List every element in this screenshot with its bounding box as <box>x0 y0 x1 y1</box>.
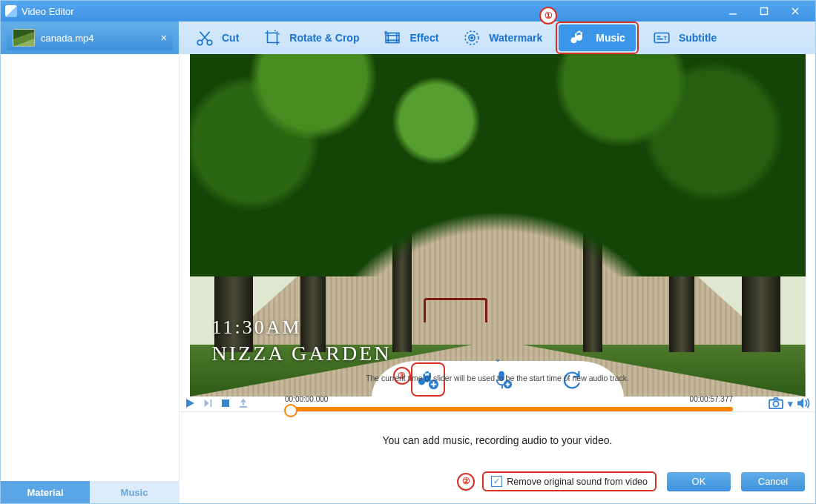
remove-sound-checkbox[interactable]: ✓ Remove original sound from video <box>482 471 657 491</box>
svg-point-6 <box>471 37 473 39</box>
tool-music[interactable]: Music <box>559 24 636 51</box>
tool-label: Rotate & Crop <box>289 32 359 44</box>
body: Material Music 11:30AM <box>1 54 815 503</box>
sidebar: Material Music <box>1 54 180 503</box>
maximize-button[interactable] <box>748 1 780 21</box>
bottom-actions: ② ✓ Remove original sound from video OK … <box>190 471 805 491</box>
tool-subtitle[interactable]: T Subtitle <box>642 24 727 51</box>
callout-2: ② <box>457 473 475 491</box>
preview-area: 11:30AM NIZZA GARDEN ⌄ <box>180 54 815 397</box>
crop-icon <box>263 28 282 47</box>
step-button[interactable] <box>200 396 215 411</box>
app-icon <box>5 5 17 17</box>
tool-label: Music <box>596 32 625 44</box>
playback-controls <box>182 396 251 411</box>
chevron-down-icon[interactable]: ⌄ <box>494 354 501 364</box>
export-frame-button[interactable] <box>236 396 251 411</box>
cancel-button[interactable]: Cancel <box>741 472 805 491</box>
tool-label: Watermark <box>489 32 542 44</box>
time-start: 00:00:00.000 <box>285 395 328 403</box>
close-icon[interactable]: × <box>161 32 167 44</box>
tool-label: Subtitle <box>679 32 717 44</box>
play-button[interactable] <box>182 396 197 411</box>
file-tab[interactable]: canada.mp4 × <box>7 25 173 50</box>
slider-hint: The current time of slider will be used … <box>180 374 815 382</box>
bottom-panel: You can add music, recording audio to yo… <box>180 411 815 503</box>
video-frame: 11:30AM NIZZA GARDEN ⌄ <box>190 54 806 397</box>
ok-button[interactable]: OK <box>667 472 731 491</box>
time-end: 00:00:57.377 <box>690 395 733 403</box>
minimize-button[interactable] <box>717 1 748 21</box>
checkbox-label: Remove original sound from video <box>507 477 648 487</box>
bottom-message: You can add music, recording audio to yo… <box>382 434 612 446</box>
toolbar: Cut Rotate & Crop <box>179 21 815 54</box>
callout-1: ① <box>539 7 557 24</box>
subtitle-icon: T <box>652 28 671 47</box>
watermark-icon <box>462 28 481 47</box>
preview-cell: 11:30AM NIZZA GARDEN ⌄ <box>190 54 806 397</box>
file-name: canada.mp4 <box>41 33 94 44</box>
overlay-line-1: 11:30AM <box>212 316 392 339</box>
overlay-line-2: NIZZA GARDEN <box>212 342 392 365</box>
svg-rect-0 <box>761 8 768 15</box>
main: 11:30AM NIZZA GARDEN ⌄ <box>180 54 815 503</box>
music-note-icon <box>569 28 588 47</box>
file-tab-area: canada.mp4 × <box>1 21 179 54</box>
timeline: 00:00:00.000 00:00:57.377 ▾ <box>180 395 815 411</box>
time-slider[interactable] <box>285 407 733 411</box>
checkbox-icon: ✓ <box>491 476 502 487</box>
tool-watermark[interactable]: Watermark <box>452 24 553 51</box>
time-slider-area: 00:00:00.000 00:00:57.377 <box>255 395 763 411</box>
svg-point-1 <box>197 40 203 45</box>
scissors-icon <box>195 28 214 47</box>
titlebar: Video Editor <box>1 1 815 21</box>
file-thumbnail <box>13 29 35 47</box>
volume-button[interactable] <box>796 396 811 411</box>
tool-rotate-crop[interactable]: Rotate & Crop <box>252 24 369 51</box>
svg-point-2 <box>207 40 212 45</box>
highlight-music: Music ① <box>556 21 639 54</box>
tool-label: Effect <box>409 32 438 44</box>
stop-button[interactable] <box>218 396 233 411</box>
sidebar-tab-music[interactable]: Music <box>90 481 179 503</box>
tool-cut[interactable]: Cut <box>185 24 249 51</box>
sidebar-content <box>1 54 179 481</box>
tool-effect[interactable]: Effect <box>372 24 449 51</box>
filmstrip-icon <box>383 28 402 47</box>
close-button[interactable] <box>780 1 811 21</box>
top-row: canada.mp4 × Cut <box>1 21 815 54</box>
tool-label: Cut <box>222 32 239 44</box>
svg-point-14 <box>773 401 778 406</box>
sidebar-tab-material[interactable]: Material <box>1 481 90 503</box>
preview-side-tools: ▾ <box>767 396 811 411</box>
sidebar-tabs: Material Music <box>1 481 179 503</box>
svg-rect-12 <box>222 399 229 407</box>
window-title: Video Editor <box>22 6 74 17</box>
svg-text:T: T <box>663 35 667 42</box>
video-overlay-text: 11:30AM NIZZA GARDEN <box>212 316 392 365</box>
snapshot-button[interactable] <box>767 396 785 411</box>
